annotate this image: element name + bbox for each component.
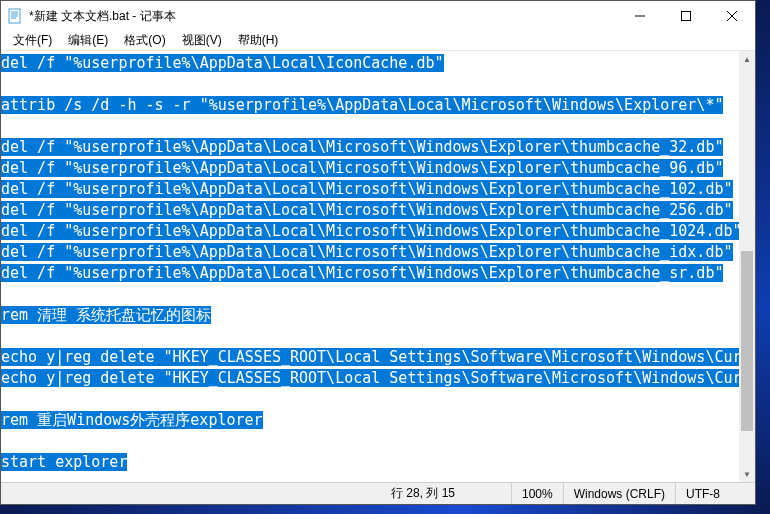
editor-line[interactable]: del /f "%userprofile%\AppData\Local\Micr… <box>1 221 739 242</box>
editor-line[interactable] <box>1 389 739 410</box>
notepad-icon <box>7 8 23 24</box>
editor-content[interactable]: del /f "%userprofile%\AppData\Local\Icon… <box>1 51 739 482</box>
status-zoom: 100% <box>511 483 563 504</box>
window-title: *新建 文本文档.bat - 记事本 <box>29 8 617 25</box>
menu-file[interactable]: 文件(F) <box>5 32 60 49</box>
editor-line[interactable] <box>1 284 739 305</box>
scroll-up-button[interactable]: ▲ <box>739 51 755 67</box>
menu-format[interactable]: 格式(O) <box>116 32 173 49</box>
editor-line[interactable]: del /f "%userprofile%\AppData\Local\Micr… <box>1 263 739 284</box>
scroll-down-button[interactable]: ▼ <box>739 466 755 482</box>
editor-line[interactable]: start explorer <box>1 452 739 473</box>
minimize-button[interactable] <box>617 1 663 31</box>
editor-line[interactable]: rem 清理 系统托盘记忆的图标 <box>1 305 739 326</box>
editor-line[interactable] <box>1 74 739 95</box>
editor-line[interactable] <box>1 431 739 452</box>
titlebar[interactable]: *新建 文本文档.bat - 记事本 <box>1 1 755 31</box>
status-eol: Windows (CRLF) <box>563 483 675 504</box>
svg-rect-6 <box>682 12 691 21</box>
close-button[interactable] <box>709 1 755 31</box>
desktop-background-right <box>756 0 770 514</box>
menubar: 文件(F) 编辑(E) 格式(O) 视图(V) 帮助(H) <box>1 31 755 51</box>
editor-line[interactable]: del /f "%userprofile%\AppData\Local\Micr… <box>1 242 739 263</box>
statusbar: 行 28, 列 15 100% Windows (CRLF) UTF-8 <box>1 482 755 504</box>
editor-area[interactable]: del /f "%userprofile%\AppData\Local\Icon… <box>1 51 755 482</box>
scroll-thumb[interactable] <box>741 251 753 431</box>
editor-line[interactable]: del /f "%userprofile%\AppData\Local\Micr… <box>1 137 739 158</box>
editor-line[interactable]: del /f "%userprofile%\AppData\Local\Micr… <box>1 200 739 221</box>
notepad-window: *新建 文本文档.bat - 记事本 文件(F) 编辑(E) 格式(O) 视图(… <box>0 0 756 505</box>
editor-line[interactable]: attrib /s /d -h -s -r "%userprofile%\App… <box>1 95 739 116</box>
maximize-button[interactable] <box>663 1 709 31</box>
menu-view[interactable]: 视图(V) <box>174 32 230 49</box>
status-position: 行 28, 列 15 <box>381 483 511 504</box>
menu-help[interactable]: 帮助(H) <box>230 32 287 49</box>
editor-line[interactable] <box>1 326 739 347</box>
desktop-background-bottom <box>0 505 770 514</box>
editor-line[interactable]: echo y|reg delete "HKEY_CLASSES_ROOT\Loc… <box>1 368 739 389</box>
menu-edit[interactable]: 编辑(E) <box>60 32 116 49</box>
editor-line[interactable]: del /f "%userprofile%\AppData\Local\Icon… <box>1 53 739 74</box>
status-encoding: UTF-8 <box>675 483 755 504</box>
vertical-scrollbar[interactable]: ▲ ▼ <box>739 51 755 482</box>
editor-line[interactable]: del /f "%userprofile%\AppData\Local\Micr… <box>1 179 739 200</box>
window-controls <box>617 1 755 31</box>
editor-line[interactable]: rem 重启Windows外壳程序explorer <box>1 410 739 431</box>
editor-line[interactable] <box>1 116 739 137</box>
editor-line[interactable]: echo y|reg delete "HKEY_CLASSES_ROOT\Loc… <box>1 347 739 368</box>
editor-line[interactable]: del /f "%userprofile%\AppData\Local\Micr… <box>1 158 739 179</box>
